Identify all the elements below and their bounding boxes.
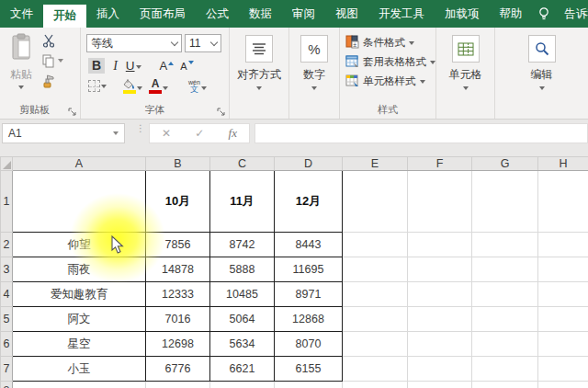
tab-formulas[interactable]: 公式 bbox=[196, 0, 239, 28]
cell-f1[interactable] bbox=[408, 171, 472, 233]
row-header-8[interactable]: 8 bbox=[1, 382, 13, 388]
cell-e8[interactable] bbox=[343, 382, 408, 388]
cell-g5[interactable] bbox=[472, 307, 538, 332]
row-header-6[interactable]: 6 bbox=[1, 332, 13, 357]
cell-c8[interactable] bbox=[210, 382, 275, 388]
tab-data[interactable]: 数据 bbox=[239, 0, 282, 28]
copy-button[interactable] bbox=[42, 53, 63, 68]
formula-bar-splitter[interactable]: ⋮ bbox=[136, 127, 145, 131]
cell-f4[interactable] bbox=[408, 282, 472, 307]
column-header-e[interactable]: E bbox=[343, 157, 408, 171]
cell-e7[interactable] bbox=[343, 357, 408, 382]
italic-button[interactable]: I bbox=[111, 59, 119, 74]
cell-h4[interactable] bbox=[538, 282, 588, 307]
format-as-table-button[interactable]: 套用表格格式 bbox=[340, 52, 435, 72]
cell-d8[interactable] bbox=[275, 382, 343, 388]
cell-a7[interactable]: 小玉 bbox=[13, 357, 146, 382]
cell-b6[interactable]: 12698 bbox=[146, 332, 210, 357]
cell-f7[interactable] bbox=[408, 357, 472, 382]
cell-d5[interactable]: 12868 bbox=[275, 307, 343, 332]
cell-h1[interactable] bbox=[538, 171, 588, 233]
paste-button[interactable]: 粘贴 bbox=[4, 33, 39, 101]
cell-b5[interactable]: 7016 bbox=[146, 307, 210, 332]
fill-color-dropdown-arrow[interactable] bbox=[137, 86, 142, 90]
cell-f6[interactable] bbox=[408, 332, 472, 357]
borders-button[interactable] bbox=[88, 80, 107, 92]
alignment-dropdown-arrow[interactable] bbox=[256, 86, 262, 90]
cell-d4[interactable]: 8971 bbox=[275, 282, 343, 307]
cell-a5[interactable]: 阿文 bbox=[13, 307, 146, 332]
copy-dropdown-arrow[interactable] bbox=[58, 59, 63, 63]
cell-h3[interactable] bbox=[538, 257, 588, 282]
tell-me-button[interactable]: 告诉我 bbox=[555, 6, 588, 22]
font-color-button[interactable]: A bbox=[149, 78, 168, 94]
name-box-dropdown-arrow[interactable] bbox=[113, 131, 119, 135]
cell-g7[interactable] bbox=[472, 357, 538, 382]
tab-help[interactable]: 帮助 bbox=[490, 0, 533, 28]
cell-a3[interactable]: 雨夜 bbox=[13, 257, 146, 282]
underline-button[interactable]: U bbox=[126, 59, 141, 73]
cell-e5[interactable] bbox=[343, 307, 408, 332]
cell-f5[interactable] bbox=[408, 307, 472, 332]
cell-d6[interactable]: 8070 bbox=[275, 332, 343, 357]
tab-add-ins[interactable]: 加载项 bbox=[435, 0, 490, 28]
alignment-group-button[interactable]: 对齐方式 bbox=[230, 28, 289, 119]
cell-h7[interactable] bbox=[538, 357, 588, 382]
font-dialog-launcher-icon[interactable] bbox=[217, 107, 226, 116]
cell-g4[interactable] bbox=[472, 282, 538, 307]
format-painter-button[interactable] bbox=[42, 74, 63, 88]
tab-developer[interactable]: 开发工具 bbox=[368, 0, 435, 28]
cell-g6[interactable] bbox=[472, 332, 538, 357]
cell-f2[interactable] bbox=[408, 233, 472, 257]
tab-insert[interactable]: 插入 bbox=[86, 0, 130, 28]
bold-button[interactable]: B bbox=[88, 58, 105, 74]
cell-d7[interactable]: 6155 bbox=[275, 357, 343, 382]
cell-b3[interactable]: 14878 bbox=[146, 257, 210, 282]
column-header-c[interactable]: C bbox=[210, 157, 275, 171]
row-header-5[interactable]: 5 bbox=[1, 307, 13, 332]
insert-function-button[interactable]: fx bbox=[229, 126, 237, 141]
cell-e1[interactable] bbox=[343, 171, 408, 233]
cell-styles-dropdown-arrow[interactable] bbox=[420, 80, 425, 84]
tab-review[interactable]: 审阅 bbox=[282, 0, 325, 28]
clipboard-dialog-launcher-icon[interactable] bbox=[68, 107, 77, 116]
cell-b2[interactable]: 7856 bbox=[146, 233, 210, 257]
cell-a1[interactable] bbox=[13, 171, 146, 233]
conditional-formatting-button[interactable]: ± 条件格式 bbox=[340, 33, 435, 52]
cell-c7[interactable]: 6621 bbox=[210, 357, 275, 382]
cell-d3[interactable]: 11695 bbox=[275, 257, 343, 282]
cell-a2[interactable]: 仰望 bbox=[13, 233, 146, 257]
underline-dropdown-arrow[interactable] bbox=[136, 65, 141, 69]
cell-c2[interactable]: 8742 bbox=[210, 233, 275, 257]
formula-input[interactable] bbox=[254, 123, 588, 143]
tab-page-layout[interactable]: 页面布局 bbox=[130, 0, 196, 28]
cell-a4[interactable]: 爱知趣教育 bbox=[13, 282, 146, 307]
increase-font-button[interactable]: A bbox=[160, 59, 175, 73]
cell-b8[interactable] bbox=[146, 382, 210, 388]
font-name-combobox[interactable]: 等线 bbox=[86, 34, 182, 52]
tab-file[interactable]: 文件 bbox=[0, 0, 43, 28]
row-header-2[interactable]: 2 bbox=[1, 233, 13, 257]
cut-button[interactable] bbox=[42, 33, 63, 48]
cell-h2[interactable] bbox=[538, 233, 588, 257]
cells-group-button[interactable]: 单元格 bbox=[436, 28, 495, 119]
select-all-button[interactable] bbox=[1, 157, 13, 171]
cell-c5[interactable]: 5064 bbox=[210, 307, 275, 332]
column-header-a[interactable]: A bbox=[13, 157, 146, 171]
cell-styles-button[interactable]: 单元格样式 bbox=[340, 72, 435, 91]
cell-d2[interactable]: 8443 bbox=[275, 233, 343, 257]
cell-c3[interactable]: 5888 bbox=[210, 257, 275, 282]
cell-e2[interactable] bbox=[343, 233, 408, 257]
tab-view[interactable]: 视图 bbox=[325, 0, 368, 28]
tab-home[interactable]: 开始 bbox=[43, 5, 86, 28]
cell-f3[interactable] bbox=[408, 257, 472, 282]
conditional-formatting-dropdown-arrow[interactable] bbox=[409, 41, 414, 45]
cell-h5[interactable] bbox=[538, 307, 588, 332]
cell-g1[interactable] bbox=[472, 171, 538, 233]
borders-dropdown-arrow[interactable] bbox=[101, 85, 107, 88]
row-header-3[interactable]: 3 bbox=[1, 257, 13, 282]
cell-e6[interactable] bbox=[343, 332, 408, 357]
row-header-7[interactable]: 7 bbox=[1, 357, 13, 382]
name-box[interactable]: A1 bbox=[2, 123, 125, 143]
cell-e4[interactable] bbox=[343, 282, 408, 307]
